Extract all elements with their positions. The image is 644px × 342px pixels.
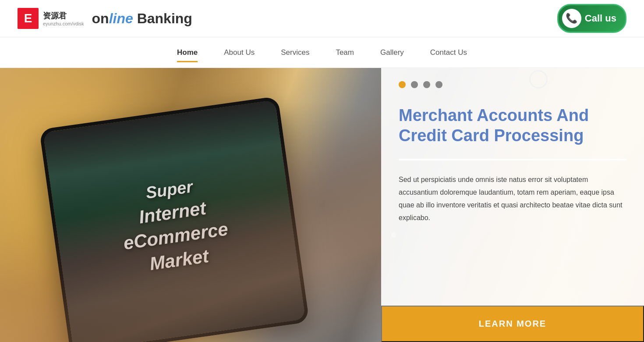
phone-icon: 📞 — [562, 9, 581, 28]
brand-suffix: Banking — [137, 11, 192, 26]
nav-item-gallery[interactable]: Gallery — [380, 45, 404, 61]
hand-overlay — [0, 68, 394, 342]
slide-indicators — [381, 68, 644, 97]
slide-dot-4[interactable] — [435, 81, 442, 88]
logo-sub: eyunzhu.com/vdisk — [43, 21, 84, 26]
brand-name: online Banking — [92, 11, 192, 27]
brand-prefix: on — [92, 11, 109, 26]
nav-item-about[interactable]: About Us — [224, 45, 255, 61]
card-body: Sed ut perspiciatis unde omnis iste natu… — [381, 160, 644, 306]
slide-dot-3[interactable] — [423, 81, 430, 88]
logo-area: E 资源君 eyunzhu.com/vdisk online Banking — [18, 8, 192, 29]
nav-item-services[interactable]: Services — [281, 45, 309, 61]
main-nav: Home About Us Services Team Gallery Cont… — [0, 37, 644, 68]
brand-online: line — [109, 11, 133, 26]
hero-section: Super Internet eCommerce Market Merchant… — [0, 68, 644, 342]
slide-dot-1[interactable] — [399, 81, 406, 88]
logo-chinese: 资源君 — [43, 11, 84, 21]
card-heading: Merchant Accounts And Credit Card Proces… — [381, 97, 644, 159]
learn-more-button[interactable]: LEARN MORE — [381, 306, 644, 342]
nav-item-contact[interactable]: Contact Us — [430, 45, 467, 61]
logo-icon: E — [18, 8, 39, 29]
nav-item-team[interactable]: Team — [336, 45, 354, 61]
nav-item-home[interactable]: Home — [177, 45, 198, 61]
header: E 资源君 eyunzhu.com/vdisk online Banking 📞… — [0, 0, 644, 37]
call-us-label: Call us — [585, 13, 616, 24]
logo-text: 资源君 eyunzhu.com/vdisk — [43, 11, 84, 26]
slide-dot-2[interactable] — [411, 81, 418, 88]
hero-card: Merchant Accounts And Credit Card Proces… — [381, 68, 644, 342]
call-us-button[interactable]: 📞 Call us — [557, 4, 626, 33]
